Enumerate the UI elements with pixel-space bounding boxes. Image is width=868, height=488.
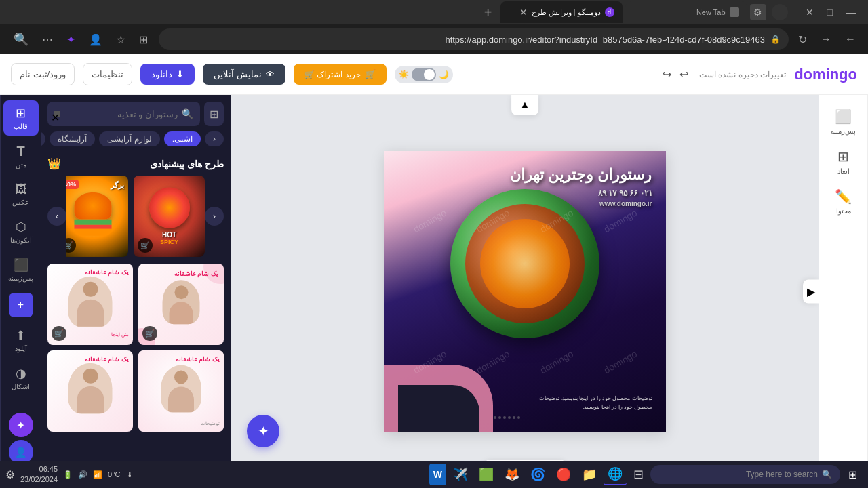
undo-button[interactable]: ↩ [677,65,691,83]
buy-subscription-button[interactable]: 🛒 خرید اشتراک 🛒 [294,64,387,85]
template-card-hot-spicy[interactable]: HOT SPICY 🛒 [134,176,205,257]
content-icon: ✏️ [835,188,852,205]
settings-button[interactable]: تنظیمات [83,63,132,85]
taskbar-settings-button[interactable]: ⚙ [5,468,15,481]
template-card-romantic-1[interactable]: یک شام عاشقانه 🛒 [138,264,224,345]
floating-action-button[interactable]: ✦ [247,415,279,447]
search-input[interactable] [64,109,178,119]
hot-spicy-cart-icon[interactable]: 🛒 [138,238,153,253]
taskbar-search-icon: 🔍 [822,470,832,479]
close-button[interactable]: ✕ [799,4,821,20]
new-tab-button[interactable]: + [479,5,498,20]
taskbar-word[interactable]: W [429,464,446,485]
undo-redo-group: ↩ ↪ [660,65,691,83]
dark-mode-toggle[interactable]: 🌙 ☀️ [395,66,453,83]
icons-icon: ⬡ [16,220,26,235]
login-button[interactable]: ورود/ثبت نام [11,63,75,85]
text-icon: T [16,144,24,159]
category-tab-cosmetics[interactable]: لوازم آرایشی [99,131,159,146]
taskbar-greenapp[interactable]: 🟩 [475,464,498,485]
canvas-area: ▲ رستوران وجترین ت [231,95,819,488]
add-element-button[interactable]: + [9,293,33,317]
couple-3 [161,365,201,413]
tool-content[interactable]: ✏️ محتوا [823,183,864,220]
taskbar-search[interactable]: 🔍 Type here to search [650,465,840,484]
window-controls[interactable]: — □ ✕ [799,4,863,20]
minimize-button[interactable]: — [840,4,863,20]
back-button[interactable]: ← [841,30,860,48]
tool-background[interactable]: ⬜ پس‌زمینه [823,103,864,140]
dimensions-icon: ⊞ [837,148,849,165]
filter-button[interactable]: ⊞ [204,102,224,126]
search-area: ⊞ 🔍 ✕ [41,95,231,126]
more-button[interactable]: ⋯ [37,30,58,49]
taskbar-task-view[interactable]: ⊟ [629,464,648,485]
romantic-2-text: یک شام عاشقانه [85,269,129,276]
canvas-expand-top[interactable]: ▲ [511,95,538,115]
sidebar-tool-photo[interactable]: 🖼 عکس [3,177,39,211]
taskbar-edge[interactable]: 🌐 [604,464,627,485]
taskbar-chrome[interactable]: 🌀 [526,464,549,485]
ai-assist-button[interactable]: ✦ [9,413,33,437]
sidebar-tool-template[interactable]: ⊞ قالب [3,100,39,136]
address-bar[interactable]: 🔒 https://app.domingo.ir/editor?industry… [159,28,789,50]
start-button[interactable]: ⊞ [843,466,863,484]
template-card-romantic-2[interactable]: یک شام عاشقانه متن اینجا 🛒 [47,264,133,345]
right-panel-area: ⊞ 🔍 ✕ ‹ اشتی. لوازم آرایشی [0,95,231,488]
toggle-track[interactable] [412,68,436,81]
forward-button[interactable]: → [816,30,835,48]
sidebar-tool-text[interactable]: T متن [3,138,39,174]
sidebar-tool-icons[interactable]: ⬡ آیکون‌ها [3,214,39,249]
romantic-2-cart-icon[interactable]: 🛒 [52,326,66,341]
carousel-next-button[interactable]: › [47,207,66,226]
category-tab-salon[interactable]: آرایشگاه [50,131,95,146]
extensions-button[interactable]: ⊞ [134,30,153,49]
canvas-expand-right[interactable]: ▶ [803,280,819,304]
search-button-nav[interactable]: 🔍 [8,29,34,49]
tool-dimensions[interactable]: ⊞ ابعاد [823,143,864,180]
romantic-3-text: یک شام عاشقانه [176,356,220,363]
category-tab-food[interactable]: اشتی. [164,131,201,146]
maximize-button[interactable]: □ [821,4,840,20]
taskbar-explorer[interactable]: 📁 [578,464,601,485]
buy-icon: 🛒 [365,69,376,79]
sidebar-tool-background[interactable]: ⬛ پس‌زمینه [3,252,39,287]
romantic-1-cart-icon[interactable]: 🛒 [142,326,157,341]
tab-inactive[interactable]: New Tab [625,1,747,23]
carousel-prev-button[interactable]: ‹ [205,207,224,226]
taskbar-firefox[interactable]: 🦊 [500,464,524,485]
person-2 [68,277,113,327]
template-slides: HOT SPICY 🛒 [66,176,205,257]
category-tab-birthday[interactable]: تولد [41,131,45,146]
bookmark-button[interactable]: ☆ [111,30,131,49]
canvas-design[interactable]: رستوران وجترین تهران ۰۲۱ ۶۶ ۹۵ ۱۷ ۸۹ www… [384,151,666,432]
tab-active[interactable]: d دومینگو | ویرایش طرح ✕ [500,1,623,23]
copilot-button[interactable]: ✦ [61,30,81,49]
eye-icon: 👁 [266,69,275,79]
template-card-burger[interactable]: برگر 40% 🛒 [66,176,128,257]
clear-search-icon[interactable]: ✕ [54,111,60,117]
taskbar-partytown[interactable]: 🔴 [552,464,575,485]
download-button[interactable]: ⬇ دانلود [140,64,195,85]
refresh-button[interactable]: ↻ [794,30,811,49]
tab-close-icon[interactable]: ✕ [519,7,528,18]
unsaved-notice: تغییرات ذخیره نشده است [699,70,786,79]
template-card-romantic-4[interactable]: یک شام عاشقانه [47,350,133,432]
taskbar-clock: 06:45 23/02/2024 [20,464,58,485]
right-panel: ⊞ 🔍 ✕ ‹ اشتی. لوازم آرایشی [41,95,231,488]
preview-button[interactable]: 👁 نمایش آنلاین [203,64,285,85]
filter-icon: ⊞ [210,108,218,121]
profile-button[interactable]: 👤 [83,30,108,49]
nav-prev-cat[interactable]: ‹ [205,131,224,146]
food-visual: HOT SPICY [149,188,190,245]
sidebar-tool-upload[interactable]: ⬆ آپلود [3,323,39,358]
sidebar-tool-shapes[interactable]: ◑ اشکال [3,361,39,396]
taskbar-telegram[interactable]: ✈️ [449,464,472,485]
background-icon: ⬜ [835,108,852,125]
fab-icon: ✦ [258,423,269,439]
redo-button[interactable]: ↪ [660,65,674,83]
expand-up-icon: ▲ [519,99,530,110]
sound-icon: 🔊 [78,470,87,479]
template-card-romantic-3[interactable]: یک شام عاشقانه توضیحات [138,350,224,432]
dots-pattern [466,416,520,419]
